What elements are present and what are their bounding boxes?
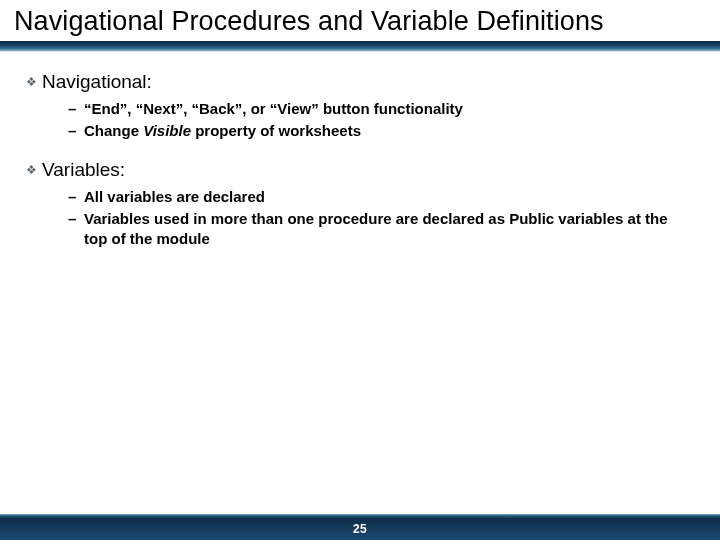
bullet-navigational: ❖ Navigational: [26, 71, 700, 93]
list-item-text: Variables used in more than one procedur… [84, 209, 684, 249]
bullet-variables: ❖ Variables: [26, 159, 700, 181]
dash-icon: – [68, 99, 84, 119]
diamond-icon: ❖ [26, 71, 42, 93]
slide: Navigational Procedures and Variable Def… [0, 0, 720, 540]
diamond-icon: ❖ [26, 159, 42, 181]
list-item-text: “End”, “Next”, “Back”, or “View” button … [84, 99, 463, 119]
list-item: – Variables used in more than one proced… [68, 209, 700, 249]
list-item: – Change Visible property of worksheets [68, 121, 700, 141]
dash-icon: – [68, 187, 84, 207]
footer: 25 [0, 514, 720, 540]
title-area: Navigational Procedures and Variable Def… [0, 0, 720, 37]
footer-body: 25 [0, 518, 720, 540]
list-item: – All variables are declared [68, 187, 700, 207]
list-item: – “End”, “Next”, “Back”, or “View” butto… [68, 99, 700, 119]
title-underline [0, 41, 720, 51]
dash-icon: – [68, 121, 84, 141]
slide-title: Navigational Procedures and Variable Def… [14, 6, 710, 37]
sub-list-navigational: – “End”, “Next”, “Back”, or “View” butto… [68, 99, 700, 141]
dash-icon: – [68, 209, 84, 229]
bullet-heading: Navigational: [42, 71, 152, 93]
bullet-heading: Variables: [42, 159, 125, 181]
sub-list-variables: – All variables are declared – Variables… [68, 187, 700, 249]
page-number: 25 [353, 522, 367, 536]
list-item-text: Change Visible property of worksheets [84, 121, 361, 141]
content-area: ❖ Navigational: – “End”, “Next”, “Back”,… [0, 51, 720, 540]
list-item-text: All variables are declared [84, 187, 265, 207]
